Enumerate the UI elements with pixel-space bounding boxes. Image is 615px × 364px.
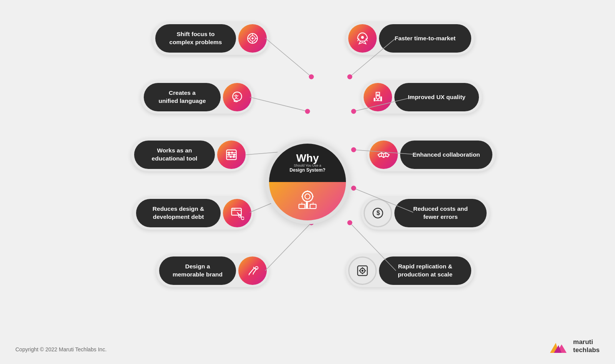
center-why: Why (296, 153, 319, 164)
pill-collaboration: Enhanced collaboration (367, 138, 495, 171)
ring-dot-2 (305, 109, 310, 114)
svg-rect-16 (306, 202, 308, 208)
center-circle: Why Should You Use a Design System? (265, 140, 350, 224)
svg-point-41 (233, 154, 235, 156)
ring-dot-7 (351, 109, 356, 114)
svg-point-40 (228, 154, 230, 156)
svg-point-49 (241, 217, 244, 220)
svg-point-47 (234, 209, 235, 210)
pill-brand-text: Design amemorable brand (173, 263, 223, 279)
svg-point-42 (230, 156, 232, 158)
ring-dot-8 (351, 147, 356, 152)
trophy-chart-icon (371, 90, 385, 104)
brand-logo-svg (548, 338, 569, 354)
svg-line-0 (265, 38, 311, 77)
main-container: Why Should You Use a Design System? (0, 0, 615, 364)
pill-debt-text: Reduces design &development debt (153, 205, 204, 221)
svg-point-58 (361, 36, 364, 39)
pill-ux-text: Improved UX quality (408, 93, 465, 101)
pill-shift-focus-text: Shift focus tocomplex problems (170, 30, 222, 46)
pill-faster-text: Faster time-to-market (395, 35, 456, 43)
pill-memorable-brand: Design amemorable brand (156, 254, 269, 287)
copyright: Copyright © 2022 Maruti Techlabs Inc. (15, 346, 106, 352)
svg-rect-64 (380, 96, 382, 101)
svg-point-38 (228, 152, 230, 154)
center-design-system: Design System? (289, 167, 325, 173)
ring-dot-9 (351, 186, 356, 191)
logo-area: maruti techlabs (548, 338, 600, 354)
ring-dot-10 (347, 220, 352, 225)
svg-rect-19 (310, 204, 316, 208)
pill-design-debt: Reduces design &development debt (133, 197, 254, 230)
ring-dot-6 (347, 74, 352, 79)
dollar-icon: $ (371, 206, 385, 220)
pill-educational-text: Works as aneducational tool (152, 147, 198, 163)
handshake-icon (377, 148, 391, 162)
pill-costs-text: Reduced costs andfewer errors (413, 205, 468, 221)
pill-collab-text: Enhanced collaboration (412, 151, 480, 159)
translate-icon: 文 (230, 90, 244, 104)
svg-line-4 (265, 223, 311, 271)
pill-unified-language: Creates aunified language 文 (141, 81, 254, 114)
brand-logo-text: maruti techlabs (573, 338, 600, 354)
pill-rapid-replication: Rapid replication &production at scale (346, 254, 474, 287)
svg-point-46 (233, 209, 234, 210)
pill-shift-focus: Shift focus tocomplex problems (152, 22, 269, 55)
brand-logo-icon (548, 338, 569, 354)
pill-reduced-costs: $ Reduced costs andfewer errors (361, 197, 490, 230)
svg-point-26 (251, 37, 253, 39)
design-tools-icon (246, 264, 259, 278)
pill-faster-time: Faster time-to-market (346, 22, 474, 55)
abacus-icon (224, 148, 238, 162)
browser-scissors-icon (230, 206, 244, 220)
svg-text:$: $ (376, 209, 380, 216)
svg-rect-63 (374, 98, 376, 101)
svg-text:文: 文 (234, 94, 239, 100)
target-icon (246, 31, 259, 45)
pill-ux-quality: Improved UX quality (361, 81, 482, 114)
svg-line-1 (250, 97, 308, 111)
svg-point-10 (303, 191, 313, 202)
svg-point-11 (305, 194, 310, 199)
gear-square-icon (356, 264, 369, 278)
svg-rect-18 (299, 204, 305, 208)
rocket-icon (356, 31, 369, 45)
center-bottom-icon (290, 190, 325, 212)
svg-point-73 (361, 270, 363, 271)
center-subtitle: Should You Use a (294, 164, 321, 167)
svg-point-43 (233, 156, 235, 158)
svg-point-39 (231, 152, 233, 154)
pill-educational-tool: Works as aneducational tool (131, 138, 248, 171)
pill-unified-text: Creates aunified language (158, 89, 206, 105)
svg-marker-65 (376, 93, 380, 97)
ring-dot-1 (309, 74, 314, 79)
pill-replication-text: Rapid replication &production at scale (398, 263, 452, 279)
